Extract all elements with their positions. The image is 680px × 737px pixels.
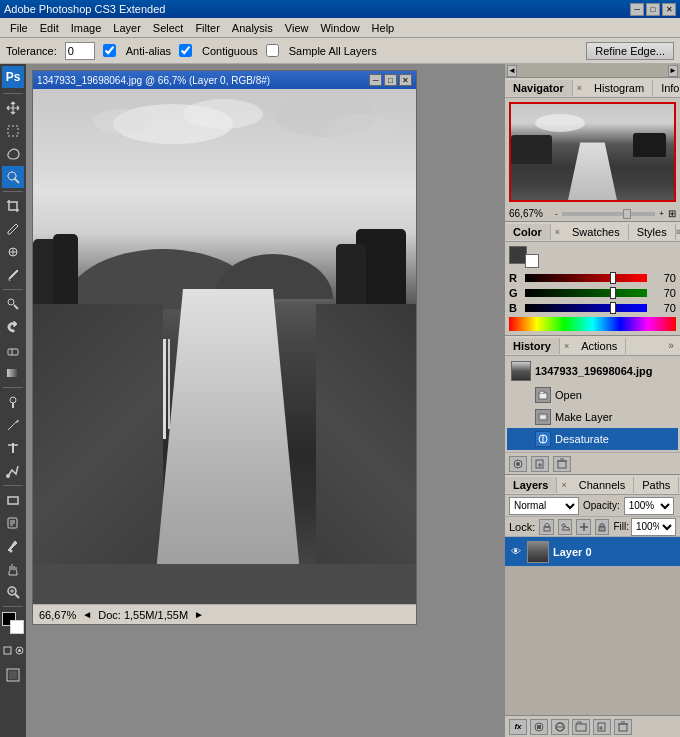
- magic-wand-tool[interactable]: [2, 166, 24, 188]
- color-spectrum-bar[interactable]: [509, 317, 676, 331]
- blue-slider[interactable]: [525, 304, 647, 312]
- color-panel-close[interactable]: »: [676, 225, 680, 239]
- zoom-full-icon[interactable]: ⊞: [668, 208, 676, 219]
- menu-help[interactable]: Help: [366, 20, 401, 36]
- eraser-tool[interactable]: [2, 339, 24, 361]
- crop-tool[interactable]: [2, 195, 24, 217]
- history-brush-tool[interactable]: [2, 316, 24, 338]
- styles-tab[interactable]: Styles: [629, 224, 676, 240]
- fill-select[interactable]: 100%: [631, 518, 676, 536]
- layer-visibility-toggle[interactable]: 👁: [509, 545, 523, 559]
- collapse-button[interactable]: ◄: [507, 65, 517, 77]
- lock-image-button[interactable]: [558, 519, 573, 535]
- status-arrow-right[interactable]: ►: [194, 609, 204, 620]
- history-new-document-button[interactable]: [531, 456, 549, 472]
- histogram-tab[interactable]: Histogram: [586, 80, 653, 96]
- eyedropper-tool[interactable]: [2, 218, 24, 240]
- menu-image[interactable]: Image: [65, 20, 108, 36]
- blend-mode-select[interactable]: Normal: [509, 497, 579, 515]
- maximize-button[interactable]: □: [646, 3, 660, 16]
- history-item-make-layer[interactable]: Make Layer: [507, 406, 678, 428]
- foreground-background-colors[interactable]: [2, 612, 24, 634]
- new-fill-adjustment-button[interactable]: [551, 719, 569, 735]
- history-snapshot-button[interactable]: [509, 456, 527, 472]
- history-delete-button[interactable]: [553, 456, 571, 472]
- screen-mode-button[interactable]: [2, 664, 24, 686]
- paths-tab[interactable]: Paths: [634, 477, 679, 493]
- history-panel-close[interactable]: »: [664, 339, 678, 353]
- quick-mask-button[interactable]: [14, 639, 25, 661]
- menu-edit[interactable]: Edit: [34, 20, 65, 36]
- contiguous-checkbox[interactable]: [179, 44, 192, 57]
- zoom-thumb[interactable]: [623, 209, 631, 219]
- marquee-tool[interactable]: [2, 120, 24, 142]
- lock-all-button[interactable]: [595, 519, 610, 535]
- channels-tab[interactable]: Channels: [571, 477, 634, 493]
- zoom-in-icon[interactable]: +: [659, 209, 664, 218]
- swatches-tab[interactable]: Swatches: [564, 224, 629, 240]
- lock-transparent-button[interactable]: [539, 519, 554, 535]
- blue-thumb[interactable]: [610, 302, 616, 314]
- menu-analysis[interactable]: Analysis: [226, 20, 279, 36]
- menu-layer[interactable]: Layer: [107, 20, 147, 36]
- type-tool[interactable]: [2, 437, 24, 459]
- close-button[interactable]: ✕: [662, 3, 676, 16]
- info-tab[interactable]: Info: [653, 80, 680, 96]
- history-tab[interactable]: History: [505, 338, 560, 354]
- zoom-tool[interactable]: [2, 581, 24, 603]
- document-canvas[interactable]: [33, 89, 416, 604]
- menu-select[interactable]: Select: [147, 20, 190, 36]
- move-tool[interactable]: [2, 97, 24, 119]
- color-tab[interactable]: Color: [505, 224, 551, 240]
- layers-tab[interactable]: Layers: [505, 477, 557, 493]
- healing-brush-tool[interactable]: [2, 241, 24, 263]
- status-arrow-left[interactable]: ◄: [82, 609, 92, 620]
- new-group-button[interactable]: [572, 719, 590, 735]
- dodge-tool[interactable]: [2, 391, 24, 413]
- menu-view[interactable]: View: [279, 20, 315, 36]
- pen-tool[interactable]: [2, 414, 24, 436]
- brush-tool[interactable]: [2, 264, 24, 286]
- red-thumb[interactable]: [610, 272, 616, 284]
- lock-position-button[interactable]: [576, 519, 591, 535]
- history-snapshot-row[interactable]: 1347933_19698064.jpg: [507, 358, 678, 384]
- color-fg-bg[interactable]: [509, 246, 539, 268]
- gradient-tool[interactable]: [2, 362, 24, 384]
- green-thumb[interactable]: [610, 287, 616, 299]
- refine-edge-button[interactable]: Refine Edge...: [586, 42, 674, 60]
- notes-tool[interactable]: [2, 512, 24, 534]
- background-color[interactable]: [10, 620, 24, 634]
- document-maximize-button[interactable]: □: [384, 74, 397, 86]
- red-slider[interactable]: [525, 274, 647, 282]
- minimize-button[interactable]: ─: [630, 3, 644, 16]
- navigator-preview[interactable]: [509, 102, 676, 202]
- history-item-desaturate[interactable]: Desaturate: [507, 428, 678, 450]
- tolerance-input[interactable]: [65, 42, 95, 60]
- delete-layer-button[interactable]: [614, 719, 632, 735]
- menu-file[interactable]: File: [4, 20, 34, 36]
- document-close-button[interactable]: ✕: [399, 74, 412, 86]
- color-sampler-tool[interactable]: [2, 535, 24, 557]
- hand-tool[interactable]: [2, 558, 24, 580]
- zoom-slider[interactable]: [562, 212, 656, 216]
- sample-all-checkbox[interactable]: [266, 44, 279, 57]
- green-slider[interactable]: [525, 289, 647, 297]
- zoom-out-icon[interactable]: -: [555, 209, 558, 218]
- opacity-select[interactable]: 100%: [624, 497, 674, 515]
- actions-tab[interactable]: Actions: [573, 338, 626, 354]
- clone-stamp-tool[interactable]: [2, 293, 24, 315]
- color-background-swatch[interactable]: [525, 254, 539, 268]
- menu-window[interactable]: Window: [314, 20, 365, 36]
- path-selection-tool[interactable]: [2, 460, 24, 482]
- navigator-tab[interactable]: Navigator: [505, 80, 573, 96]
- shape-tool[interactable]: [2, 489, 24, 511]
- menu-filter[interactable]: Filter: [189, 20, 225, 36]
- lasso-tool[interactable]: [2, 143, 24, 165]
- expand-button[interactable]: ►: [668, 65, 678, 77]
- add-mask-button[interactable]: [530, 719, 548, 735]
- layer-0-row[interactable]: 👁 Layer 0: [505, 537, 680, 567]
- layer-fx-button[interactable]: fx: [509, 719, 527, 735]
- standard-mode-button[interactable]: [2, 639, 13, 661]
- document-minimize-button[interactable]: ─: [369, 74, 382, 86]
- new-layer-button[interactable]: [593, 719, 611, 735]
